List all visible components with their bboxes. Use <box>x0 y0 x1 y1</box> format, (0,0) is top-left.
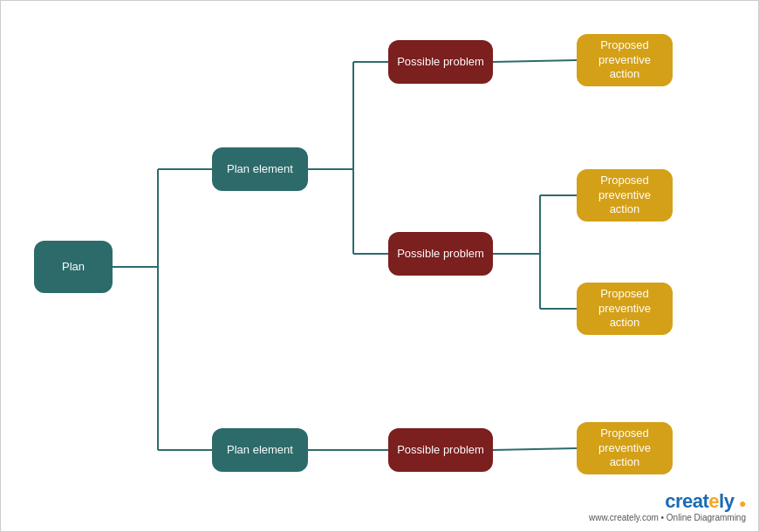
creately-dot-icon: ● <box>739 496 746 510</box>
svg-line-9 <box>493 60 577 62</box>
preventive-action-3-node[interactable]: Proposed preventive action <box>577 283 673 335</box>
plan-element-1-node[interactable]: Plan element <box>212 147 308 191</box>
creately-logo-accent: e <box>708 490 719 512</box>
watermark: creately ● www.creately.com • Online Dia… <box>589 490 746 522</box>
possible-problem-2-node[interactable]: Possible problem <box>388 232 493 276</box>
diagram-container: Plan Plan element Plan element Possible … <box>0 0 759 532</box>
creately-subtitle: www.creately.com • Online Diagramming <box>589 513 746 522</box>
preventive-action-4-node[interactable]: Proposed preventive action <box>577 422 673 474</box>
svg-line-14 <box>493 448 577 450</box>
preventive-action-1-node[interactable]: Proposed preventive action <box>577 34 673 86</box>
preventive-action-2-node[interactable]: Proposed preventive action <box>577 169 673 222</box>
plan-element-2-node[interactable]: Plan element <box>212 428 308 472</box>
plan-node[interactable]: Plan <box>34 241 113 293</box>
possible-problem-1-node[interactable]: Possible problem <box>388 40 493 84</box>
creately-logo: creately ● <box>589 490 746 513</box>
possible-problem-3-node[interactable]: Possible problem <box>388 428 493 472</box>
